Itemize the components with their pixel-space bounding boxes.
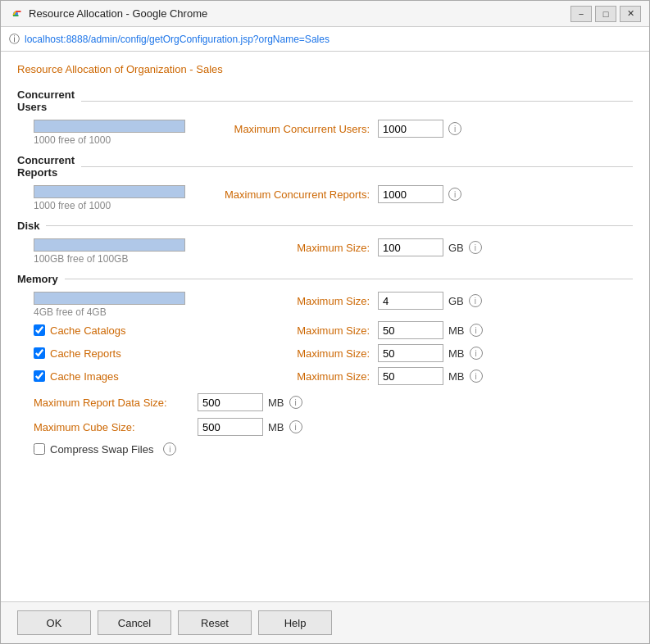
reset-button[interactable]: Reset <box>178 610 252 635</box>
max-cube-unit: MB <box>268 421 284 433</box>
info-icon-reports[interactable]: i <box>470 347 483 360</box>
info-icon-cu[interactable]: i <box>448 122 461 135</box>
max-cube-label: Maximum Cube Size: <box>34 421 198 433</box>
maximize-button[interactable]: □ <box>595 6 616 22</box>
progress-label-cr: 1000 free of 1000 <box>34 200 198 211</box>
section-header-cr: Concurrent Reports <box>17 154 633 179</box>
footer: OK Cancel Reset Help <box>1 601 649 643</box>
cache-images-right: Maximum Size: MB i <box>198 367 633 385</box>
section-disk: Disk 100GB free of 100GB Maximum Size: G… <box>17 220 633 265</box>
progress-fill-disk <box>34 239 184 251</box>
field-unit-disk: GB <box>448 242 464 254</box>
cache-catalogs-field-label: Maximum Size: <box>198 324 378 337</box>
section-label-cu: Concurrent Users <box>17 88 75 113</box>
cache-images-input[interactable] <box>378 367 443 385</box>
max-report-data-input[interactable] <box>198 393 263 411</box>
progress-area-disk: 100GB free of 100GB <box>17 238 198 265</box>
progress-fill-mem <box>34 293 184 304</box>
progress-bar-mem <box>34 292 185 305</box>
compress-swap-label: Compress Swap Files <box>50 443 153 456</box>
cache-catalogs-label: Cache Catalogs <box>50 324 126 337</box>
progress-bar-cu <box>34 120 185 133</box>
info-icon-disk[interactable]: i <box>469 241 482 254</box>
divider-cu <box>81 101 633 102</box>
window-controls: − □ ✕ <box>570 6 641 22</box>
max-cube-row: Maximum Cube Size: MB i <box>17 418 633 436</box>
cancel-button[interactable]: Cancel <box>98 610 171 635</box>
help-button[interactable]: Help <box>258 610 332 635</box>
info-icon-report-data[interactable]: i <box>289 396 302 409</box>
cache-catalogs-checkbox[interactable] <box>34 324 45 336</box>
cache-reports-right: Maximum Size: MB i <box>198 344 633 362</box>
cache-reports-row: Cache Reports Maximum Size: MB i <box>17 344 633 362</box>
titlebar: Resource Allocation - Google Chrome − □ … <box>1 1 649 27</box>
field-input-mem[interactable] <box>378 292 443 310</box>
progress-label-disk: 100GB free of 100GB <box>34 253 198 265</box>
progress-fill-cr <box>34 186 184 197</box>
max-cube-input[interactable] <box>198 418 263 436</box>
divider-cr <box>81 166 633 167</box>
info-icon-compress[interactable]: i <box>163 442 176 456</box>
cache-images-label: Cache Images <box>50 370 119 383</box>
field-label-mem: Maximum Size: <box>198 295 378 307</box>
titlebar-left: Resource Allocation - Google Chrome <box>9 7 207 20</box>
address-url: localhost:8888/admin/config/getOrgConfig… <box>25 34 330 45</box>
field-area-disk: Maximum Size: GB i <box>198 238 633 256</box>
max-report-data-label: Maximum Report Data Size: <box>34 397 198 409</box>
max-report-data-row: Maximum Report Data Size: MB i <box>17 393 633 411</box>
cache-reports-label: Cache Reports <box>50 347 121 360</box>
section-header-mem: Memory <box>17 273 633 285</box>
field-input-cu[interactable] <box>378 120 443 138</box>
cache-catalogs-right: Maximum Size: MB i <box>198 321 633 339</box>
progress-area-cr: 1000 free of 1000 <box>17 185 198 211</box>
field-label-cr: Maximum Concurrent Reports: <box>198 188 378 201</box>
cache-catalogs-input[interactable] <box>378 321 443 339</box>
info-icon-images[interactable]: i <box>470 370 483 383</box>
max-report-data-unit: MB <box>268 397 284 409</box>
window-title: Resource Allocation - Google Chrome <box>29 7 207 20</box>
cache-images-unit: MB <box>448 370 465 383</box>
field-input-cr[interactable] <box>378 185 443 203</box>
main-window: Resource Allocation - Google Chrome − □ … <box>0 0 650 644</box>
cache-images-row: Cache Images Maximum Size: MB i <box>17 367 633 385</box>
progress-area-mem: 4GB free of 4GB <box>17 292 198 318</box>
section-header-disk: Disk <box>17 220 633 232</box>
cache-images-checkbox[interactable] <box>34 370 45 382</box>
ok-button[interactable]: OK <box>17 610 91 635</box>
chrome-icon <box>9 7 22 20</box>
cache-catalogs-unit: MB <box>448 324 465 337</box>
field-unit-mem: GB <box>448 295 464 307</box>
field-area-cu: Maximum Concurrent Users: i <box>198 120 633 138</box>
section-body-mem: 4GB free of 4GB Maximum Size: GB i <box>17 292 633 318</box>
section-body-disk: 100GB free of 100GB Maximum Size: GB i <box>17 238 633 265</box>
field-input-disk[interactable] <box>378 238 443 256</box>
close-button[interactable]: ✕ <box>620 6 641 22</box>
field-area-mem: Maximum Size: GB i <box>198 292 633 310</box>
cache-reports-input[interactable] <box>378 344 443 362</box>
progress-label-mem: 4GB free of 4GB <box>34 306 198 318</box>
info-icon: ⓘ <box>9 32 20 47</box>
compress-swap-checkbox[interactable] <box>34 443 45 455</box>
section-body-cr: 1000 free of 1000 Maximum Concurrent Rep… <box>17 185 633 211</box>
section-header-cu: Concurrent Users <box>17 88 633 113</box>
section-label-mem: Memory <box>17 273 58 285</box>
cache-reports-left: Cache Reports <box>17 347 198 360</box>
cache-catalogs-left: Cache Catalogs <box>17 324 198 337</box>
cache-reports-checkbox[interactable] <box>34 347 45 359</box>
info-icon-mem[interactable]: i <box>469 294 482 307</box>
page-title: Resource Allocation of Organization - Sa… <box>17 63 633 75</box>
cache-images-left: Cache Images <box>17 370 198 383</box>
info-icon-cr[interactable]: i <box>448 188 461 201</box>
minimize-button[interactable]: − <box>570 6 592 22</box>
cache-images-field-label: Maximum Size: <box>198 370 378 383</box>
field-label-cu: Maximum Concurrent Users: <box>198 123 378 135</box>
section-memory: Memory 4GB free of 4GB Maximum Size: GB … <box>17 273 633 385</box>
addressbar: ⓘ localhost:8888/admin/config/getOrgConf… <box>1 27 649 52</box>
section-concurrent-reports: Concurrent Reports 1000 free of 1000 Max… <box>17 154 633 211</box>
cache-catalogs-row: Cache Catalogs Maximum Size: MB i <box>17 321 633 339</box>
progress-bar-disk <box>34 238 185 252</box>
info-icon-catalogs[interactable]: i <box>470 324 483 337</box>
cache-reports-field-label: Maximum Size: <box>198 347 378 360</box>
info-icon-cube[interactable]: i <box>289 420 302 433</box>
progress-bar-cr <box>34 185 185 198</box>
